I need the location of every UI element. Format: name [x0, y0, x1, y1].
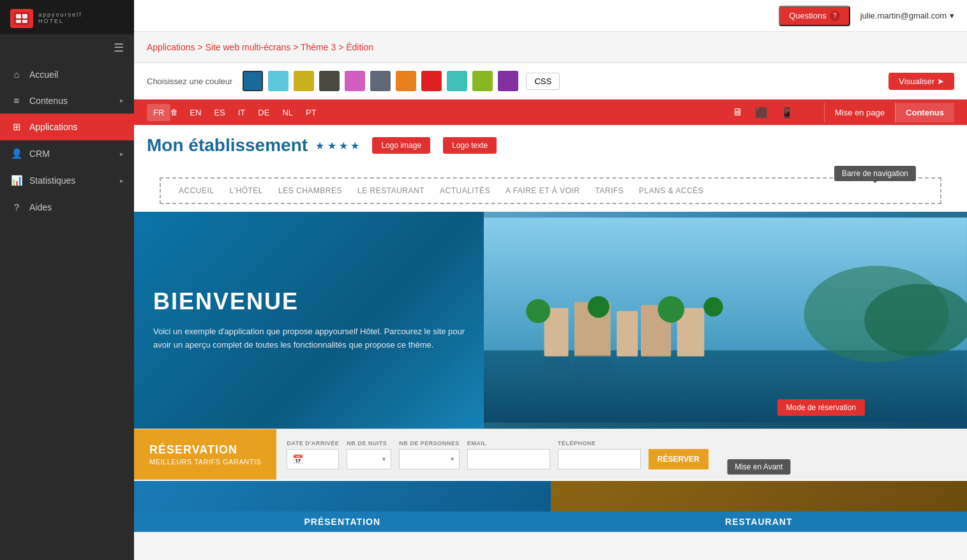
- nb-personnes-select[interactable]: ▾: [399, 449, 460, 469]
- sidebar-item-contenus[interactable]: ≡ Contenus ▸: [0, 87, 134, 114]
- color-swatch-6[interactable]: [396, 71, 416, 91]
- lang-en[interactable]: EN: [183, 104, 207, 121]
- nav-item-actualites[interactable]: ACTUALITÉS: [432, 184, 498, 198]
- lang-fr[interactable]: FR: [147, 104, 170, 121]
- reservation-subtitle: MEILLEURS TARIFS GARANTIS: [149, 458, 261, 466]
- hamburger-icon[interactable]: ☰: [0, 34, 134, 61]
- nav-tooltip: Barre de navigation: [834, 166, 916, 181]
- hero-left: BIENVENUE Voici un exemple d'application…: [134, 212, 484, 429]
- hero-image: [484, 212, 967, 429]
- sidebar-item-aides[interactable]: ? Aides: [0, 194, 134, 220]
- lang-nl[interactable]: NL: [276, 104, 299, 121]
- home-icon: ⌂: [10, 69, 23, 80]
- bottom-card-presentation: PRÉSENTATION: [134, 481, 551, 532]
- logo-image-button[interactable]: Logo image: [372, 137, 430, 154]
- date-arrivee-label: DATE D'ARRIVÉE: [287, 440, 339, 446]
- calendar-icon: 📅: [292, 454, 303, 464]
- logo-text: appyourself HOTEL: [38, 12, 82, 25]
- sidebar-item-statistiques[interactable]: 📊 Statistiques ▸: [0, 167, 134, 194]
- svg-point-14: [526, 299, 550, 323]
- tab-mise-en-page[interactable]: Mise en page: [824, 103, 895, 122]
- site-title: Mon établissement: [147, 135, 308, 156]
- color-swatch-4[interactable]: [345, 71, 365, 91]
- nav-item-hotel[interactable]: L'HÔTEL: [222, 184, 271, 198]
- tab-contenus[interactable]: Contenus: [895, 103, 954, 122]
- aides-icon: ?: [10, 202, 23, 212]
- nav-item-restaurant[interactable]: LE RESTAURANT: [350, 184, 432, 198]
- bottom-cards: PRÉSENTATION RESTAURANT Mise en Avant: [134, 481, 967, 532]
- email-input[interactable]: [467, 449, 550, 469]
- sidebar-item-accueil[interactable]: ⌂ Accueil: [0, 61, 134, 87]
- breadcrumb-site-web[interactable]: Site web multi-écrans: [205, 42, 290, 52]
- color-picker-bar: Choisissez une couleur CSS Visualiser ➤: [134, 63, 967, 99]
- telephone-input[interactable]: [558, 449, 641, 469]
- sidebar-item-crm[interactable]: 👤 CRM ▸: [0, 140, 134, 167]
- color-swatch-10[interactable]: [498, 71, 518, 91]
- questions-button[interactable]: Questions ?: [779, 6, 850, 26]
- nb-personnes-label: NB DE PERSONNES: [399, 440, 460, 446]
- reservation-bar: RÉSERVATION MEILLEURS TARIFS GARANTIS DA…: [134, 429, 967, 480]
- svg-rect-2: [22, 14, 27, 18]
- site-navigation: ACCUEIL L'HÔTEL LES CHAMBRES LE RESTAURA…: [160, 177, 941, 204]
- dropdown-arrow-personnes: ▾: [451, 455, 454, 462]
- presentation-title: PRÉSENTATION: [134, 512, 551, 532]
- restaurant-title: RESTAURANT: [551, 512, 968, 532]
- email-field: EMAIL: [467, 440, 550, 469]
- nav-item-chambres[interactable]: LES CHAMBRES: [271, 184, 350, 198]
- svg-rect-18: [544, 357, 569, 381]
- reserver-field: - RÉSERVER: [648, 440, 708, 469]
- site-header: Mon établissement ★ ★ ★ ★ Logo image Log…: [134, 125, 967, 166]
- desktop-icon[interactable]: 🖥: [727, 104, 747, 121]
- breadcrumb-theme[interactable]: Thème 3: [301, 42, 336, 52]
- color-swatch-1[interactable]: [268, 71, 289, 91]
- tablet-icon[interactable]: ⬛: [750, 104, 773, 121]
- svg-rect-19: [574, 355, 611, 383]
- logo-icon: [10, 9, 33, 28]
- email-label: EMAIL: [467, 440, 550, 446]
- content-area: Applications > Site web multi-écrans > T…: [134, 32, 967, 560]
- nav-item-plans[interactable]: PLANS & ACCÈS: [631, 184, 711, 198]
- mobile-icon[interactable]: 📱: [776, 104, 798, 121]
- user-menu[interactable]: julie.martin@gmail.com ▾: [860, 11, 954, 20]
- contenus-icon: ≡: [10, 95, 23, 106]
- sidebar-item-applications[interactable]: ⊞ Applications: [0, 114, 134, 140]
- dropdown-arrow-nuits: ▾: [382, 455, 386, 462]
- preview-area: Mon établissement ★ ★ ★ ★ Logo image Log…: [134, 125, 967, 532]
- questions-label: Questions: [789, 11, 827, 20]
- sidebar-logo: appyourself HOTEL: [0, 0, 134, 34]
- svg-rect-4: [22, 20, 27, 23]
- reserver-button[interactable]: RÉSERVER: [648, 449, 708, 469]
- nb-nuits-select[interactable]: ▾: [347, 449, 391, 469]
- visualiser-button[interactable]: Visualiser ➤: [888, 73, 954, 90]
- nav-item-accueil[interactable]: ACCUEIL: [171, 184, 222, 198]
- color-swatch-5[interactable]: [370, 71, 391, 91]
- lang-es[interactable]: ES: [207, 104, 231, 121]
- lang-delete-icon[interactable]: 🗑: [170, 108, 178, 117]
- svg-rect-3: [16, 20, 21, 23]
- stats-icon: 📊: [10, 175, 23, 186]
- color-swatch-8[interactable]: [447, 71, 467, 91]
- lang-de[interactable]: DE: [251, 104, 276, 121]
- svg-point-16: [658, 296, 685, 323]
- breadcrumb: Applications > Site web multi-écrans > T…: [134, 32, 967, 63]
- lang-it[interactable]: IT: [232, 104, 252, 121]
- nav-item-afaire[interactable]: A FAIRE ET À VOIR: [498, 184, 587, 198]
- breadcrumb-applications[interactable]: Applications: [147, 42, 195, 52]
- nb-nuits-label: NB DE NUITS: [347, 440, 391, 446]
- color-swatch-3[interactable]: [319, 71, 340, 91]
- color-swatch-0[interactable]: [243, 71, 263, 91]
- sidebar-navigation: ⌂ Accueil ≡ Contenus ▸ ⊞ Applications 👤 …: [0, 61, 134, 560]
- lang-pt[interactable]: PT: [299, 104, 323, 121]
- date-arrivee-input[interactable]: 📅: [287, 449, 339, 469]
- css-button[interactable]: CSS: [526, 73, 560, 90]
- svg-point-15: [588, 296, 610, 318]
- logo-text-button[interactable]: Logo texte: [443, 137, 497, 154]
- color-swatch-9[interactable]: [472, 71, 493, 91]
- color-swatch-7[interactable]: [421, 71, 442, 91]
- nav-tooltip-wrapper: Barre de navigation ACCUEIL L'HÔTEL LES …: [134, 166, 967, 212]
- color-swatch-2[interactable]: [294, 71, 314, 91]
- telephone-label: TÉLÉPHONE: [558, 440, 641, 446]
- device-icons: 🖥 ⬛ 📱: [727, 104, 798, 121]
- nav-item-tarifs[interactable]: TARIFS: [587, 184, 631, 198]
- arrow-icon-crm: ▸: [120, 150, 124, 158]
